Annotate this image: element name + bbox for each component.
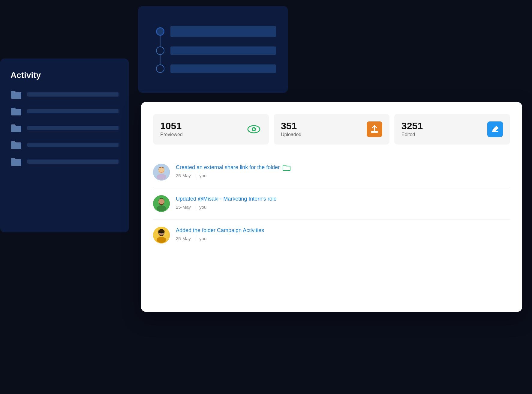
folder-item-4 [11, 140, 119, 150]
svg-point-9 [157, 174, 166, 180]
timeline [156, 26, 276, 73]
main-card: 1051 Previewed 351 Uploaded [141, 102, 522, 312]
stat-uploaded: 351 Uploaded [274, 114, 389, 145]
svg-point-2 [253, 128, 255, 130]
activity-who-2: you [199, 204, 206, 210]
svg-point-17 [157, 237, 166, 243]
activity-item-2: Updated @Misaki - Marketing Intern's rol… [153, 188, 510, 219]
stat-uploaded-label: Uploaded [281, 132, 362, 137]
stat-previewed-label: Previewed [160, 132, 241, 137]
eye-icon [247, 124, 260, 134]
edit-icon [490, 124, 500, 135]
stat-edited-number: 3251 [401, 121, 482, 131]
avatar-2 [153, 195, 170, 212]
folder-item-1 [11, 90, 119, 99]
stat-edited-label: Edited [401, 132, 482, 137]
avatar-face-2 [153, 195, 170, 212]
stat-uploaded-number: 351 [281, 121, 362, 131]
avatar-face-1 [153, 164, 170, 181]
folder-item-2 [11, 106, 119, 116]
separator-1: | [194, 173, 196, 178]
activity-action-1: Created an external share link for the f… [176, 164, 510, 171]
avatar-1 [153, 164, 170, 181]
folder-icon-2 [11, 106, 22, 116]
folder-item-5 [11, 157, 119, 166]
activity-meta-1: 25-May | you [176, 173, 510, 178]
activity-action-text-3: Added the folder Campaign Activities [176, 227, 264, 234]
upload-icon [369, 124, 380, 135]
activity-content-3: Added the folder Campaign Activities 25-… [176, 227, 510, 241]
stat-edited: 3251 Edited [394, 114, 510, 145]
activity-date-1: 25-May [176, 173, 191, 178]
folder-bar-4 [27, 143, 119, 147]
activity-meta-3: 25-May | you [176, 236, 510, 241]
timeline-dot-3 [156, 64, 164, 73]
timeline-bar-2 [170, 46, 276, 55]
svg-point-13 [157, 205, 166, 211]
folder-icon-5 [11, 157, 22, 166]
activity-action-3: Added the folder Campaign Activities [176, 227, 510, 234]
stat-previewed-number: 1051 [160, 121, 241, 131]
stat-edited-text: 3251 Edited [401, 121, 482, 137]
stat-edited-icon [487, 121, 503, 137]
stat-previewed-text: 1051 Previewed [160, 121, 241, 137]
timeline-dot-1 [156, 27, 164, 36]
activity-date-3: 25-May [176, 236, 191, 241]
activity-content-2: Updated @Misaki - Marketing Intern's rol… [176, 195, 510, 210]
stat-uploaded-icon [367, 121, 382, 137]
top-timeline-panel [138, 6, 288, 93]
folder-action-icon-1 [283, 164, 290, 171]
activity-date-2: 25-May [176, 204, 191, 210]
activity-item-1: Created an external share link for the f… [153, 157, 510, 188]
folder-bar-1 [27, 92, 119, 97]
activity-meta-2: 25-May | you [176, 204, 510, 210]
activity-content-1: Created an external share link for the f… [176, 164, 510, 178]
activity-action-2: Updated @Misaki - Marketing Intern's rol… [176, 195, 510, 203]
folder-bar-2 [27, 109, 119, 113]
stat-previewed-icon [246, 121, 262, 137]
svg-rect-4 [371, 131, 378, 133]
timeline-bar-3 [170, 64, 276, 73]
avatar-face-3 [153, 227, 170, 243]
stat-uploaded-text: 351 Uploaded [281, 121, 362, 137]
folder-list [11, 90, 119, 166]
timeline-row-1 [156, 26, 276, 37]
activity-sidebar-panel: Activity [0, 58, 129, 232]
activity-action-text-2: Updated @Misaki - Marketing Intern's rol… [176, 195, 277, 203]
activity-item-3: Added the folder Campaign Activities 25-… [153, 219, 510, 251]
folder-icon-1 [11, 90, 22, 99]
folder-icon-4 [11, 140, 22, 150]
activity-who-3: you [199, 236, 206, 241]
timeline-dot-2 [156, 46, 164, 55]
separator-2: | [194, 204, 196, 210]
folder-bar-3 [27, 126, 119, 130]
stat-previewed: 1051 Previewed [153, 114, 269, 145]
stats-row: 1051 Previewed 351 Uploaded [153, 114, 510, 145]
folder-icon-3 [11, 123, 22, 133]
activity-action-text-1: Created an external share link for the f… [176, 164, 280, 171]
timeline-bar-1 [170, 26, 276, 37]
avatar-3 [153, 227, 170, 243]
folder-bar-5 [27, 160, 119, 164]
timeline-row-3 [156, 64, 276, 73]
activity-heading: Activity [11, 70, 119, 80]
timeline-row-2 [156, 46, 276, 55]
folder-item-3 [11, 123, 119, 133]
activity-who-1: you [199, 173, 206, 178]
separator-3: | [194, 236, 196, 241]
